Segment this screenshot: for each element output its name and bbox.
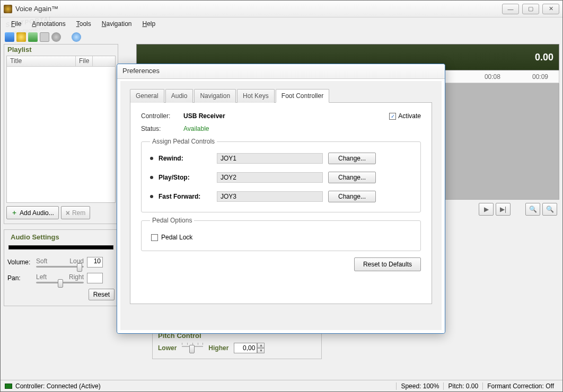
status-pitch: Pitch: 0.00 bbox=[443, 382, 482, 390]
play-button[interactable]: ▶ bbox=[479, 203, 494, 216]
audio-settings-panel: Audio Settings Volume: SoftLoud 10 Pan: … bbox=[4, 229, 118, 306]
pan-thumb[interactable] bbox=[58, 279, 63, 288]
volume-slider[interactable] bbox=[36, 266, 84, 268]
status-bar: Controller: Connected (Active) Speed: 10… bbox=[1, 380, 562, 391]
time-display: 0.00 bbox=[535, 52, 553, 63]
toolbar-help-icon[interactable] bbox=[72, 32, 81, 42]
status-led-icon bbox=[5, 384, 12, 389]
audio-settings-title: Audio Settings bbox=[7, 232, 115, 242]
maximize-button[interactable]: ▢ bbox=[522, 4, 539, 14]
plus-icon: ＋ bbox=[11, 208, 17, 217]
pitch-value[interactable] bbox=[234, 343, 257, 353]
x-icon: × bbox=[66, 209, 70, 217]
zoom-out-button[interactable]: 🔍 bbox=[525, 203, 540, 216]
toolbar-new-icon[interactable] bbox=[5, 32, 14, 42]
reset-defaults-button[interactable]: Reset to Defaults bbox=[354, 257, 421, 271]
playlist-col-title[interactable]: Title bbox=[7, 56, 76, 66]
pitch-slider[interactable] bbox=[182, 343, 203, 353]
playlist-panel: Playlist Title File ＋Add Audio... ×Rem bbox=[4, 44, 118, 224]
pan-label: Pan: bbox=[7, 274, 33, 282]
pedal-options-legend: Pedal Options bbox=[150, 217, 194, 224]
playstop-change-button[interactable]: Change... bbox=[328, 172, 376, 183]
bullet-icon bbox=[150, 195, 153, 198]
pan-value[interactable] bbox=[87, 273, 103, 283]
app-icon bbox=[4, 5, 12, 13]
bullet-icon bbox=[150, 176, 153, 179]
volume-label: Volume: bbox=[7, 259, 33, 266]
activate-checkbox[interactable]: ✓ bbox=[389, 113, 396, 120]
ff-value: JOY3 bbox=[217, 191, 323, 202]
tab-audio[interactable]: Audio bbox=[165, 89, 193, 103]
pedal-lock-label: Pedal Lock bbox=[161, 234, 192, 241]
toolbar bbox=[1, 30, 562, 44]
activate-label: Activate bbox=[398, 112, 421, 120]
next-button[interactable]: ▶| bbox=[496, 203, 511, 216]
pitch-higher-label: Higher bbox=[208, 344, 228, 352]
assign-pedal-legend: Assign Pedal Controls bbox=[150, 138, 217, 145]
toolbar-copy-icon[interactable] bbox=[40, 32, 49, 42]
preferences-dialog: Preferences General Audio Navigation Hot… bbox=[117, 64, 445, 334]
ff-label: Fast Forward: bbox=[159, 193, 212, 200]
playlist-grid[interactable]: Title File bbox=[6, 56, 116, 203]
tab-general[interactable]: General bbox=[130, 89, 164, 103]
playstop-label: Play/Stop: bbox=[159, 174, 212, 181]
menu-tools[interactable]: Tools bbox=[71, 19, 96, 29]
controller-value: USB Receiver bbox=[183, 112, 225, 120]
pitch-thumb[interactable] bbox=[189, 345, 195, 353]
dialog-title: Preferences bbox=[117, 64, 445, 79]
assign-pedal-fieldset: Assign Pedal Controls Rewind: JOY1 Chang… bbox=[141, 138, 421, 212]
rewind-change-button[interactable]: Change... bbox=[328, 153, 376, 164]
pitch-down-icon[interactable]: ▼ bbox=[257, 348, 265, 353]
menubar: File Annotations Tools Navigation Help bbox=[1, 17, 562, 30]
toolbar-save-icon[interactable] bbox=[28, 32, 38, 42]
zoom-in-button[interactable]: 🔍 bbox=[542, 203, 557, 216]
titlebar: Voice Again™ — ▢ ✕ bbox=[1, 1, 562, 17]
playlist-title: Playlist bbox=[4, 44, 118, 55]
add-audio-button[interactable]: ＋Add Audio... bbox=[6, 206, 59, 219]
status-controller: Controller: Connected (Active) bbox=[15, 382, 101, 390]
remove-audio-button[interactable]: ×Rem bbox=[61, 206, 91, 219]
bullet-icon bbox=[150, 157, 153, 160]
volume-thumb[interactable] bbox=[77, 263, 82, 272]
audio-reset-button[interactable]: Reset bbox=[89, 289, 115, 300]
ruler-mark: 00:08 bbox=[485, 73, 500, 81]
toolbar-open-icon[interactable] bbox=[16, 32, 26, 42]
minimize-button[interactable]: — bbox=[502, 4, 519, 14]
ruler-mark: 00:09 bbox=[532, 73, 548, 81]
status-formant: Formant Correction: Off bbox=[482, 382, 558, 390]
pedal-options-fieldset: Pedal Options Pedal Lock bbox=[141, 217, 421, 251]
tab-hotkeys[interactable]: Hot Keys bbox=[237, 89, 275, 103]
rewind-value: JOY1 bbox=[217, 153, 323, 164]
tab-content: Controller: USB Receiver ✓ Activate Stat… bbox=[130, 103, 432, 304]
status-speed: Speed: 100% bbox=[396, 382, 443, 390]
level-meter bbox=[8, 245, 113, 250]
controller-label: Controller: bbox=[141, 112, 183, 120]
menu-file[interactable]: File bbox=[6, 19, 27, 29]
playlist-col-file[interactable]: File bbox=[76, 56, 93, 66]
status-label: Status: bbox=[141, 125, 183, 132]
window-title: Voice Again™ bbox=[15, 5, 502, 13]
menu-help[interactable]: Help bbox=[137, 19, 161, 29]
menu-annotations[interactable]: Annotations bbox=[27, 19, 71, 29]
pitch-spinner[interactable]: ▲▼ bbox=[234, 343, 265, 353]
ff-change-button[interactable]: Change... bbox=[328, 191, 376, 202]
toolbar-settings-icon[interactable] bbox=[51, 32, 61, 42]
close-button[interactable]: ✕ bbox=[542, 4, 559, 14]
pedal-lock-checkbox[interactable] bbox=[151, 234, 158, 241]
status-value: Available bbox=[183, 125, 209, 132]
tab-navigation[interactable]: Navigation bbox=[194, 89, 236, 103]
volume-value[interactable]: 10 bbox=[87, 257, 103, 268]
pan-slider[interactable] bbox=[36, 282, 84, 283]
pitch-up-icon[interactable]: ▲ bbox=[257, 343, 265, 348]
tab-strip: General Audio Navigation Hot Keys Foot C… bbox=[130, 88, 432, 103]
playstop-value: JOY2 bbox=[217, 172, 323, 183]
menu-navigation[interactable]: Navigation bbox=[96, 19, 137, 29]
tab-foot-controller[interactable]: Foot Controller bbox=[276, 89, 329, 103]
rewind-label: Rewind: bbox=[159, 155, 212, 162]
pitch-lower-label: Lower bbox=[158, 344, 177, 352]
